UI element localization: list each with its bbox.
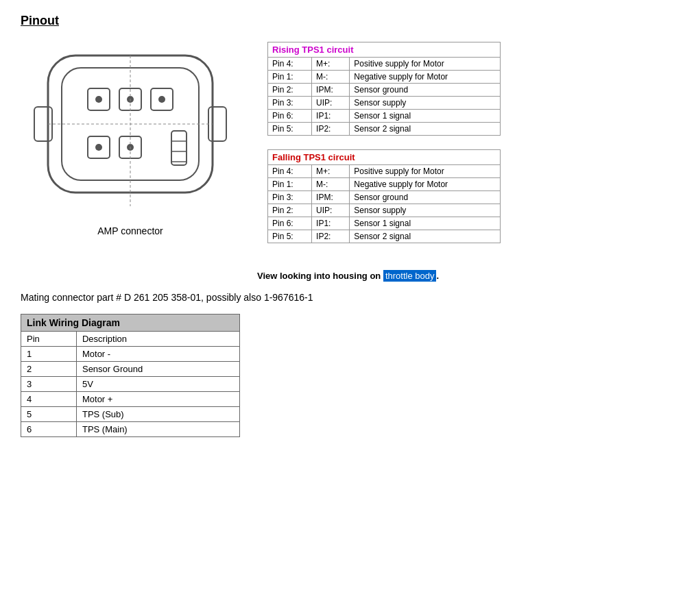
page-title: Pinout (21, 14, 675, 28)
table-row: Pin 4:M+:Positive supply for Motor (268, 165, 501, 178)
mating-connector-text: Mating connector part # D 261 205 358-01… (21, 292, 675, 303)
table-row: Pin 1:M-:Negative supply for Motor (268, 71, 501, 84)
lw-col-desc: Description (76, 332, 239, 347)
svg-point-5 (95, 96, 102, 103)
table-row: 1Motor - (21, 347, 240, 362)
connector-label: AMP connector (21, 225, 240, 236)
view-note: View looking into housing on throttle bo… (21, 271, 675, 281)
table-row: 6TPS (Main) (21, 422, 240, 437)
table-row: 4Motor + (21, 392, 240, 407)
table-row: Pin 3:UIP:Sensor supply (268, 97, 501, 110)
rising-table-header: Rising TPS1 circuit (268, 42, 501, 58)
rising-tps1-table: Rising TPS1 circuit Pin 4:M+:Positive su… (267, 42, 501, 136)
table-row: Pin 3:IPM:Sensor ground (268, 191, 501, 204)
amp-connector-svg (27, 42, 233, 220)
table-row: Pin 6:IP1:Sensor 1 signal (268, 110, 501, 123)
throttle-body-link[interactable]: throttle body (383, 270, 437, 282)
table-row: Pin 6:IP1:Sensor 1 signal (268, 217, 501, 230)
table-row: Pin 5:IP2:Sensor 2 signal (268, 230, 501, 243)
top-section: AMP connector Rising TPS1 circuit Pin 4:… (21, 42, 675, 257)
tables-section: Rising TPS1 circuit Pin 4:M+:Positive su… (267, 42, 675, 257)
table-row: 35V (21, 377, 240, 392)
link-wiring-col-headers: Pin Description (21, 332, 240, 347)
svg-point-9 (158, 96, 165, 103)
lw-col-pin: Pin (21, 332, 77, 347)
table-row: Pin 1:M-:Negative supply for Motor (268, 178, 501, 191)
svg-rect-3 (208, 107, 226, 141)
view-note-after: . (436, 271, 439, 281)
svg-rect-14 (171, 131, 187, 165)
table-row: Pin 2:UIP:Sensor supply (268, 204, 501, 217)
link-wiring-table: Link Wiring Diagram Pin Description 1Mot… (21, 314, 240, 437)
link-wiring-title: Link Wiring Diagram (21, 315, 240, 332)
falling-table-header: Falling TPS1 circuit (268, 150, 501, 165)
view-note-before: View looking into housing on (257, 271, 383, 281)
table-row: Pin 2:IPM:Sensor ground (268, 84, 501, 97)
connector-diagram: AMP connector (21, 42, 240, 257)
table-row: Pin 5:IP2:Sensor 2 signal (268, 123, 501, 136)
falling-tps1-table: Falling TPS1 circuit Pin 4:M+:Positive s… (267, 149, 501, 243)
table-row: Pin 4:M+:Positive supply for Motor (268, 58, 501, 71)
svg-point-11 (95, 144, 102, 151)
table-row: 5TPS (Sub) (21, 407, 240, 422)
table-row: 2Sensor Ground (21, 362, 240, 377)
